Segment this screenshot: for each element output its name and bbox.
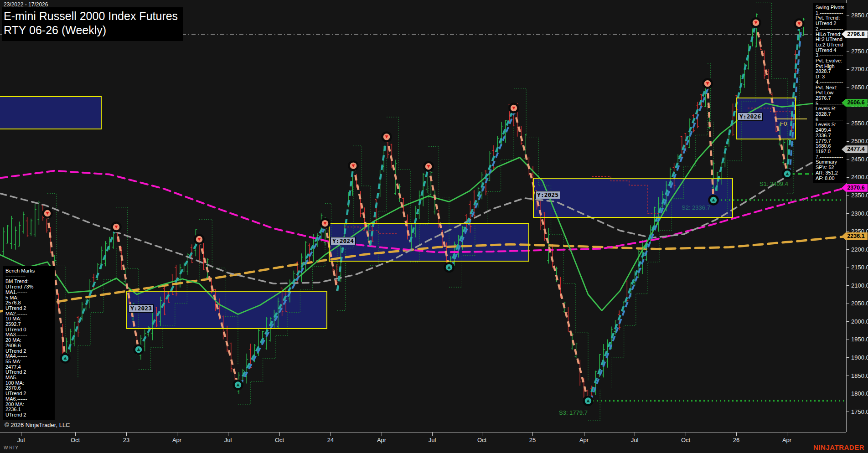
- bench-marks-line: MA5.------: [5, 375, 52, 381]
- swing-pivots-line: 2336.7: [816, 133, 844, 139]
- pivot-low-marker: [783, 170, 792, 178]
- swing-pivots-line: 2828.7: [816, 112, 844, 117]
- time-tick-label: Apr: [172, 437, 181, 443]
- price-tick: [847, 268, 849, 268]
- price-tick: [847, 177, 849, 178]
- time-tick-label: Jul: [224, 437, 232, 443]
- price-tick: [847, 357, 849, 358]
- time-tick-label: 25: [529, 437, 536, 443]
- price-tick-label: 2300.0: [851, 210, 868, 217]
- time-tick: [126, 432, 127, 436]
- time-tick: [787, 432, 787, 436]
- time-tick: [331, 432, 331, 436]
- price-chart-canvas[interactable]: F0: [0, 0, 846, 432]
- price-tick-label: 2350.0: [851, 192, 868, 199]
- year-range-box-fills: [0, 97, 796, 329]
- pivot-high-marker: [43, 209, 52, 218]
- price-tick-label: 1750.0: [851, 408, 868, 415]
- price-tick-label: 2050.0: [851, 300, 868, 307]
- price-tick-label: 2400.0: [851, 174, 868, 180]
- copyright-label: © 2026 NinjaTrader, LLC: [5, 422, 70, 428]
- time-tick: [635, 432, 635, 436]
- price-tick: [847, 232, 849, 232]
- pivot-high-marker: [510, 104, 518, 113]
- time-tick: [382, 432, 382, 436]
- price-tick: [847, 376, 849, 376]
- price-tick-label: 1900.0: [851, 354, 868, 361]
- price-tick: [847, 213, 849, 214]
- price-tick-label: 1950.0: [851, 336, 868, 343]
- price-tick: [847, 87, 849, 88]
- time-tick-label: Apr: [782, 437, 791, 443]
- chart-title-line1: E-mini Russell 2000 Index Futures: [4, 9, 178, 23]
- time-tick: [736, 432, 737, 436]
- bench-marks-line: MA1.------: [5, 290, 52, 295]
- swing-pivots-line: 1197.0: [816, 149, 844, 154]
- price-tick: [847, 51, 849, 51]
- time-tick-label: Jul: [429, 437, 436, 443]
- time-tick-label: 23: [123, 437, 129, 443]
- bench-marks-line: UTrend 2: [5, 306, 52, 311]
- pivot-high-marker: [424, 162, 433, 171]
- pivot-high-marker: [195, 235, 204, 244]
- pivot-high-marker: [703, 79, 712, 88]
- price-axis[interactable]: 2850.02800.02750.02700.02650.02600.02550…: [846, 0, 868, 432]
- swing-pivots-line: AF: 8.00: [816, 176, 844, 181]
- year-range-box: [533, 178, 733, 217]
- pivot-high-marker: [795, 19, 804, 28]
- time-tick: [21, 432, 21, 436]
- time-tick-label: Apr: [579, 437, 589, 443]
- chart-title-line2: RTY 06-26 (Weekly): [4, 23, 178, 37]
- price-tick-label: 2700.0: [851, 66, 868, 72]
- swing-pivots-line: Pvt. Evolve:: [816, 58, 844, 64]
- pivot-low-marker: [61, 354, 70, 363]
- pivot-low-marker: [445, 263, 454, 272]
- price-tick-label: 2650.0: [851, 84, 868, 91]
- swing-pivots-line: 2576.7: [816, 96, 844, 101]
- price-tick-label: 2450.0: [851, 156, 868, 163]
- price-tag: 2796.8: [842, 31, 868, 38]
- bench-marks-line: MA6.------: [5, 396, 52, 402]
- pivot-low-marker: [584, 396, 593, 405]
- year-range-box: [329, 223, 529, 261]
- time-tick: [482, 432, 482, 436]
- time-tick: [584, 432, 584, 436]
- time-tick-label: Oct: [275, 437, 284, 443]
- time-axis[interactable]: JulOct23AprJulOct24AprJulOct25AprJulOct2…: [0, 432, 846, 446]
- price-tick-label: 2150.0: [851, 264, 868, 271]
- bench-marks-line: 55 MA:: [5, 359, 52, 365]
- pivot-low-marker: [234, 381, 243, 389]
- date-range-label: 23/2022 - 17/2026: [4, 1, 48, 8]
- time-tick-label: Oct: [71, 437, 80, 443]
- time-tick-label: Oct: [477, 437, 486, 443]
- time-tick-label: Jul: [631, 437, 639, 443]
- time-tick: [532, 432, 533, 436]
- swing-pivots-line: 4.--------------: [816, 80, 844, 85]
- price-tag: 2236.1: [842, 232, 868, 240]
- time-tick-label: Oct: [681, 437, 690, 443]
- price-tick-label: 2200.0: [851, 246, 868, 253]
- swing-pivots-line: Lo:2 UTrend: [816, 42, 844, 48]
- time-tick: [75, 432, 76, 436]
- price-tick: [847, 69, 849, 70]
- time-tick: [279, 432, 280, 436]
- time-tick: [432, 432, 433, 436]
- price-tag: 2477.4: [842, 145, 868, 153]
- price-tick: [847, 340, 849, 340]
- price-tick-label: 1800.0: [851, 390, 868, 397]
- time-tick-label: 24: [327, 437, 334, 443]
- pivot-high-marker: [112, 223, 121, 232]
- bench-marks-line: 2606.6: [5, 343, 52, 349]
- instrument-label: W RTY: [4, 445, 18, 450]
- price-tick: [847, 123, 849, 124]
- pivot-high-marker: [349, 161, 358, 170]
- fib-label: F0: [780, 120, 787, 127]
- swing-pivots-line: 2.--------------: [816, 26, 844, 32]
- price-tick: [847, 249, 849, 250]
- time-tick: [686, 432, 686, 436]
- price-tick: [847, 304, 849, 304]
- price-tick: [847, 321, 849, 322]
- bench-marks-panel: Bench Marks------------BM Trend:UTrend 7…: [3, 266, 55, 420]
- bench-marks-line: Bench Marks: [5, 268, 52, 274]
- price-tick: [847, 412, 849, 412]
